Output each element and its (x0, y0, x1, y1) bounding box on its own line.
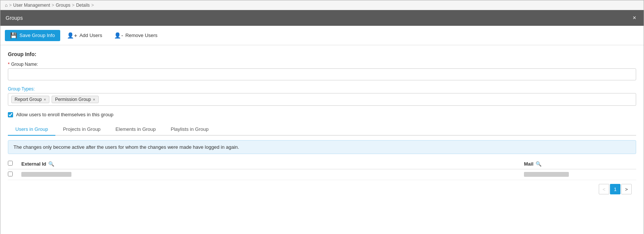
pagination: < 1 > (8, 180, 636, 198)
main-content: Group Info: * Group Name: Group Types: R… (0, 45, 644, 234)
tag-permission-label: Permission Group (55, 97, 91, 102)
remove-users-label: Remove Users (125, 33, 157, 38)
enroll-checkbox-label: Allow users to enroll themselves in this… (16, 112, 113, 117)
save-icon: 💾 (10, 32, 17, 39)
info-banner: The changes only become active after the… (8, 140, 636, 154)
add-users-label: Add Users (79, 33, 102, 38)
row-mail (524, 172, 636, 178)
add-users-button[interactable]: 👤+ Add Users (62, 30, 107, 41)
title-bar: Groups × (0, 10, 644, 26)
tab-users-in-group[interactable]: Users in Group (8, 123, 55, 136)
page-1-button[interactable]: 1 (610, 184, 620, 194)
tag-report-label: Report Group (15, 97, 42, 102)
breadcrumb: ⌂ > User Management > Groups > Details > (0, 0, 644, 10)
group-types-group: Group Types: Report Group × Permission G… (8, 86, 636, 106)
header-extid: External Id 🔍 (21, 161, 524, 167)
tag-report-group: Report Group × (11, 96, 49, 103)
enroll-checkbox[interactable] (8, 112, 13, 117)
mail-blurred (524, 172, 569, 177)
tags-container[interactable]: Report Group × Permission Group × (8, 93, 636, 106)
save-group-button[interactable]: 💾 Save Group Info (5, 30, 60, 41)
extid-blurred (21, 172, 71, 177)
group-name-group: * Group Name: (8, 62, 636, 80)
tag-report-remove[interactable]: × (44, 98, 46, 102)
group-types-link[interactable]: Group Types: (8, 86, 35, 92)
group-types-label: Group Types: (8, 86, 636, 92)
table: External Id 🔍 Mail 🔍 (8, 158, 636, 180)
window-title: Groups (6, 15, 23, 21)
tab-projects-in-group[interactable]: Projects in Group (55, 123, 108, 136)
save-group-label: Save Group Info (19, 33, 55, 38)
group-name-label: Group Name: (11, 62, 38, 67)
toolbar: 💾 Save Group Info 👤+ Add Users 👤- Remove… (0, 26, 644, 45)
remove-user-icon: 👤- (114, 32, 123, 39)
tab-playlists-in-group[interactable]: Playlists in Group (163, 123, 216, 136)
header-check (8, 161, 21, 167)
add-user-icon: 👤+ (67, 32, 77, 39)
mail-search-icon[interactable]: 🔍 (536, 161, 542, 167)
remove-users-button[interactable]: 👤- Remove Users (109, 30, 163, 41)
row-extid (21, 172, 524, 178)
table-row (8, 169, 636, 180)
prev-page-button[interactable]: < (599, 184, 609, 194)
window: ⌂ > User Management > Groups > Details >… (0, 0, 644, 234)
row-check (8, 172, 21, 178)
section-title: Group Info: (8, 51, 636, 57)
tag-permission-remove[interactable]: × (93, 98, 95, 102)
row-checkbox[interactable] (8, 172, 13, 176)
tabs: Users in Group Projects in Group Element… (8, 123, 636, 136)
enroll-checkbox-row: Allow users to enroll themselves in this… (8, 112, 636, 117)
group-name-label-row: * Group Name: (8, 62, 636, 67)
required-indicator: * (8, 62, 10, 67)
tag-permission-group: Permission Group × (52, 96, 98, 103)
select-all-checkbox[interactable] (8, 161, 13, 166)
group-name-input[interactable] (8, 68, 636, 80)
tab-elements-in-group[interactable]: Elements in Group (108, 123, 163, 136)
close-button[interactable]: × (631, 14, 638, 22)
header-mail: Mail 🔍 (524, 161, 636, 167)
next-page-button[interactable]: > (621, 184, 632, 194)
extid-search-icon[interactable]: 🔍 (48, 161, 54, 167)
home-icon: ⌂ (5, 3, 7, 8)
table-header: External Id 🔍 Mail 🔍 (8, 158, 636, 169)
